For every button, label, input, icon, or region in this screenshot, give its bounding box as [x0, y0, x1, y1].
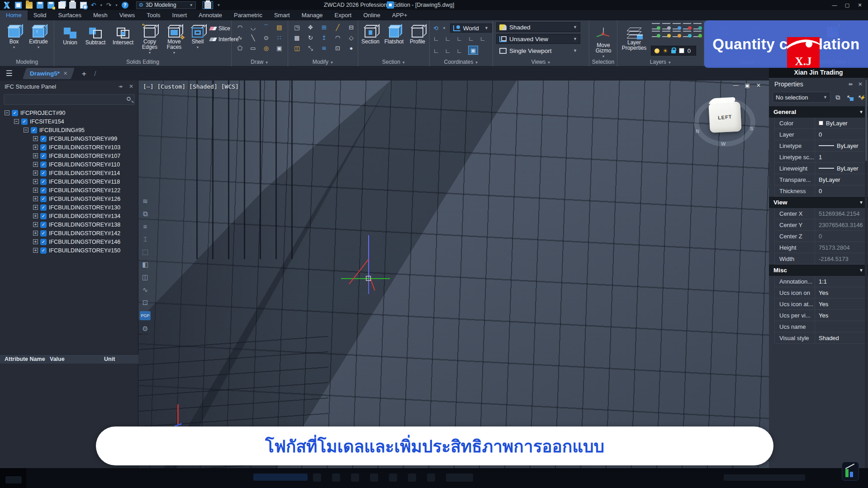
layer-tool-icon[interactable]: [673, 23, 681, 29]
tab-annotate[interactable]: Annotate: [193, 10, 228, 20]
tool-icon[interactable]: ≋: [320, 44, 328, 52]
layer-tool-icon[interactable]: [683, 31, 691, 37]
visual-style-dropdown[interactable]: Shaded▼: [496, 22, 580, 32]
tool-icon[interactable]: ╱: [333, 23, 342, 32]
viewport-restore-icon[interactable]: ▣: [745, 82, 750, 89]
new-file-icon[interactable]: [15, 2, 22, 9]
workspace-switcher[interactable]: ⚙ 3D Modeling ▼: [136, 1, 196, 9]
viewcube[interactable]: LEFT: [708, 101, 741, 133]
open-file-icon[interactable]: [26, 2, 33, 9]
tool-icon[interactable]: ▤: [275, 23, 284, 32]
ucs-icon[interactable]: ⟲: [433, 25, 438, 32]
tab-parametric[interactable]: Parametric: [228, 10, 268, 20]
tool-icon[interactable]: ◇: [347, 33, 356, 42]
redo-caret-icon[interactable]: ▾: [115, 3, 117, 7]
extrude-button[interactable]: ↑Extrude▼: [27, 22, 50, 57]
save-as-icon[interactable]: [47, 2, 54, 9]
tab-export[interactable]: Export: [329, 10, 358, 20]
tool-icon[interactable]: ▣: [275, 44, 284, 52]
tab-solid[interactable]: Solid: [28, 10, 52, 20]
tool-icon[interactable]: ╲: [249, 33, 257, 42]
viewport-tool-icon[interactable]: ⌶: [143, 235, 147, 243]
viewport-tool-icon[interactable]: ⧉: [143, 210, 148, 218]
shell-button[interactable]: Shell▼: [186, 22, 209, 57]
drawing-viewport[interactable]: [—][Custom][Shaded][WCS] — ▣ ✕ LEFT N W …: [138, 81, 769, 468]
document-tab[interactable]: Drawing5* ✕: [23, 68, 75, 79]
section-header-view[interactable]: View▼: [769, 197, 868, 208]
named-view-dropdown[interactable]: Unsaved View▼: [496, 34, 580, 44]
print-preview-icon[interactable]: [80, 2, 87, 9]
expander-icon[interactable]: +: [33, 213, 38, 218]
tree-item[interactable]: +✓IFCBUILDINGSTOREY#142: [0, 229, 138, 237]
box-button[interactable]: Box▼: [3, 22, 25, 57]
help-icon[interactable]: ?: [122, 2, 128, 9]
tree-item[interactable]: +✓IFCBUILDINGSTOREY#138: [0, 220, 138, 229]
tree-item[interactable]: +✓IFCBUILDINGSTOREY#134: [0, 212, 138, 220]
tab-manage[interactable]: Manage: [296, 10, 329, 20]
properties-scrollbar[interactable]: [865, 78, 868, 468]
tree-item[interactable]: −✓IFCPROJECT#90: [0, 109, 138, 117]
viewport-tool-icon[interactable]: ≡: [143, 223, 147, 231]
tool-icon[interactable]: ↥: [320, 33, 328, 42]
tool-icon[interactable]: ⊞: [320, 23, 328, 32]
tab-views[interactable]: Views: [114, 10, 141, 20]
save-icon[interactable]: [37, 2, 43, 9]
new-tab-button[interactable]: ＋: [80, 68, 88, 79]
layer-tool-icon[interactable]: [683, 23, 691, 29]
checkbox-checked-icon[interactable]: ✓: [40, 222, 47, 228]
pin-panel-icon[interactable]: ↠: [118, 83, 123, 90]
tree-item[interactable]: +✓IFCBUILDINGSTOREY#107: [0, 152, 138, 160]
tool-icon[interactable]: ∿: [236, 33, 244, 42]
layer-properties-button[interactable]: Layer Properties: [620, 22, 648, 57]
toggle-pickadd-icon[interactable]: ↖⚡: [857, 93, 864, 101]
tool-icon[interactable]: ▩: [293, 33, 301, 42]
checkbox-checked-icon[interactable]: ✓: [40, 204, 47, 211]
layer-tool-icon[interactable]: [652, 31, 660, 37]
tool-icon[interactable]: ⌒: [262, 23, 270, 32]
ucs-icon[interactable]: ∟: [456, 47, 462, 54]
expander-icon[interactable]: +: [33, 136, 38, 141]
expander-icon[interactable]: −: [5, 110, 9, 115]
menu-icon[interactable]: ☰: [0, 69, 18, 78]
tab-mesh[interactable]: Mesh: [87, 10, 114, 20]
ucs-icon[interactable]: ∟: [456, 35, 462, 42]
tool-icon[interactable]: ⬠: [236, 44, 244, 52]
slice-button[interactable]: Slice: [210, 24, 230, 33]
close-properties-icon[interactable]: ✕: [858, 81, 863, 87]
checkbox-checked-icon[interactable]: ✓: [40, 179, 47, 185]
minimize-button[interactable]: —: [828, 0, 841, 10]
tool-icon[interactable]: ∷: [275, 33, 284, 42]
checkbox-checked-icon[interactable]: ✓: [40, 247, 47, 254]
tool-icon[interactable]: ⊙: [262, 33, 270, 42]
select-objects-icon[interactable]: ↖: [845, 93, 853, 101]
expander-icon[interactable]: +: [33, 196, 38, 201]
tree-item[interactable]: +✓IFCBUILDINGSTOREY#122: [0, 186, 138, 194]
tool-icon[interactable]: ▭: [249, 44, 257, 52]
expander-icon[interactable]: +: [33, 248, 38, 253]
copy-icon[interactable]: [58, 2, 65, 9]
section-header-general[interactable]: General▼: [769, 106, 868, 118]
expander-icon[interactable]: +: [33, 145, 38, 150]
tree-item[interactable]: +✓IFCBUILDINGSTOREY#130: [0, 203, 138, 212]
tool-icon[interactable]: ⤡: [306, 44, 315, 52]
move-gizmo-button[interactable]: Move Gizmo▼: [592, 22, 615, 57]
layer-tool-icon[interactable]: [652, 23, 660, 29]
expander-icon[interactable]: +: [33, 153, 38, 158]
checkbox-checked-icon[interactable]: ✓: [40, 170, 47, 176]
badge-caret-icon[interactable]: ▾: [396, 3, 398, 7]
checkbox-checked-icon[interactable]: ✓: [40, 196, 47, 202]
cloud-badge-icon[interactable]: [387, 1, 394, 9]
tool-icon[interactable]: ◎: [262, 44, 270, 52]
viewport-config-dropdown[interactable]: Single Viewport▼: [496, 46, 580, 56]
tool-icon[interactable]: ↻: [306, 33, 315, 42]
redo-icon[interactable]: ↷: [106, 2, 112, 9]
viewport-tool-icon[interactable]: ◧: [142, 261, 148, 269]
expander-icon[interactable]: +: [33, 222, 38, 227]
move-faces-button[interactable]: ✥ Move Faces▼: [163, 22, 185, 57]
viewport-tool-icon[interactable]: ⊡: [142, 298, 148, 307]
tab-online[interactable]: Online: [357, 10, 386, 20]
viewport-control-token[interactable]: [Custom]: [157, 83, 185, 90]
expander-icon[interactable]: +: [33, 239, 38, 244]
tree-item[interactable]: +✓IFCBUILDINGSTOREY#114: [0, 169, 138, 177]
viewport-tool-icon[interactable]: ⬚: [142, 248, 148, 256]
